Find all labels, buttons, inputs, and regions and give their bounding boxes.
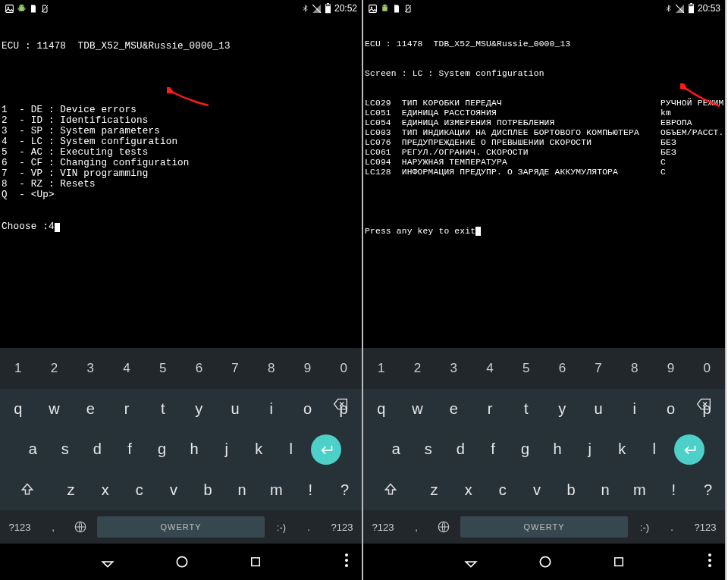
key-v[interactable]: v [519,470,554,511]
key-a[interactable]: a [380,429,413,470]
dot-key[interactable]: . [295,522,322,533]
dot-key[interactable]: . [658,522,686,533]
spacebar[interactable]: QWERTY [460,516,628,538]
key-x[interactable]: x [88,470,122,511]
key-n[interactable]: n [588,470,623,511]
symbol-key-right[interactable]: ?123 [322,522,362,533]
key-e[interactable]: e [435,389,472,430]
globe-key[interactable] [430,520,457,534]
key-t[interactable]: t [145,389,181,430]
key-v[interactable]: v [156,470,190,511]
symbol-key-right[interactable]: ?123 [686,522,725,533]
nav-back[interactable] [100,554,115,569]
key-b[interactable]: b [554,470,588,511]
nav-menu[interactable] [345,553,348,571]
key-o[interactable]: o [653,389,689,430]
key-e[interactable]: e [72,389,108,430]
key-k[interactable]: k [243,429,275,470]
nav-recent[interactable] [249,555,262,569]
key-l[interactable]: l [275,429,308,470]
globe-key[interactable] [67,520,94,534]
nav-menu[interactable] [708,553,711,571]
key-8[interactable]: 8 [253,348,290,389]
key-k[interactable]: k [606,429,639,470]
key-x[interactable]: x [451,470,485,511]
key-g[interactable]: g [509,429,541,470]
key-d[interactable]: d [81,429,114,470]
key-3[interactable]: 3 [72,348,108,389]
spacebar[interactable]: QWERTY [97,516,265,538]
key-f[interactable]: f [477,429,510,470]
key-i[interactable]: i [617,389,653,430]
key-j[interactable]: j [573,429,606,470]
key-r[interactable]: r [108,389,145,430]
terminal[interactable]: ECU : 11478 TDB_X52_MSU&Russie_0000_13 S… [363,17,725,348]
key-s[interactable]: s [49,429,82,470]
key-?[interactable]: ? [691,470,725,511]
key-q[interactable]: q [363,389,400,430]
key-q[interactable]: q [0,389,36,430]
key-b[interactable]: b [190,470,224,511]
key-n[interactable]: n [225,470,259,511]
backspace-key[interactable] [687,397,720,412]
key-i[interactable]: i [253,389,290,430]
emoji-key[interactable]: :-) [631,522,658,533]
nav-home[interactable] [538,554,553,569]
comma-key[interactable]: , [403,522,430,533]
key-0[interactable]: 0 [689,348,725,389]
key-?[interactable]: ? [328,470,362,511]
key-u[interactable]: u [580,389,617,430]
key-![interactable]: ! [293,470,328,511]
key-d[interactable]: d [444,429,477,470]
comma-key[interactable]: , [39,522,67,533]
key-1[interactable]: 1 [363,348,400,389]
nav-recent[interactable] [612,555,626,569]
symbol-key[interactable]: ?123 [0,522,39,533]
key-o[interactable]: o [290,389,326,430]
key-y[interactable]: y [544,389,581,430]
key-g[interactable]: g [146,429,178,470]
enter-key[interactable] [674,434,704,465]
shift-key[interactable] [363,470,417,511]
key-z[interactable]: z [417,470,451,511]
enter-key[interactable] [311,434,341,465]
key-a[interactable]: a [17,429,49,470]
key-l[interactable]: l [639,429,671,470]
key-c[interactable]: c [122,470,156,511]
key-5[interactable]: 5 [508,348,544,389]
terminal[interactable]: ECU : 11478 TDB_X52_MSU&Russie_0000_13 1… [0,17,362,348]
backspace-key[interactable] [324,397,357,412]
key-7[interactable]: 7 [580,348,617,389]
key-z[interactable]: z [54,470,88,511]
symbol-key[interactable]: ?123 [363,522,403,533]
key-h[interactable]: h [541,429,574,470]
key-r[interactable]: r [472,389,508,430]
key-y[interactable]: y [181,389,218,430]
key-m[interactable]: m [259,470,293,511]
key-f[interactable]: f [114,429,146,470]
key-![interactable]: ! [657,470,691,511]
nav-home[interactable] [174,554,190,569]
key-c[interactable]: c [485,470,519,511]
key-0[interactable]: 0 [325,348,362,389]
key-8[interactable]: 8 [617,348,653,389]
key-4[interactable]: 4 [108,348,145,389]
key-9[interactable]: 9 [290,348,326,389]
key-u[interactable]: u [217,389,253,430]
key-w[interactable]: w [36,389,73,430]
emoji-key[interactable]: :-) [268,522,295,533]
key-3[interactable]: 3 [435,348,472,389]
shift-key[interactable] [0,470,54,511]
key-2[interactable]: 2 [36,348,73,389]
key-7[interactable]: 7 [217,348,253,389]
key-t[interactable]: t [508,389,544,430]
key-1[interactable]: 1 [0,348,36,389]
key-4[interactable]: 4 [472,348,508,389]
key-h[interactable]: h [178,429,211,470]
key-5[interactable]: 5 [145,348,181,389]
key-w[interactable]: w [400,389,436,430]
key-m[interactable]: m [623,470,657,511]
key-9[interactable]: 9 [653,348,689,389]
key-j[interactable]: j [210,429,243,470]
key-6[interactable]: 6 [181,348,218,389]
